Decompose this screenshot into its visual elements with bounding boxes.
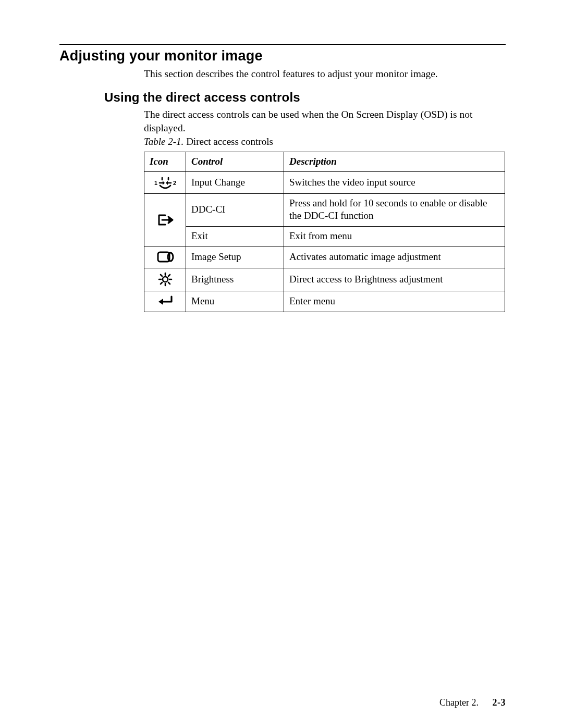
page-footer: Chapter 2. 2-3 xyxy=(439,697,506,708)
svg-text:1: 1 xyxy=(154,180,157,186)
col-header-control: Control xyxy=(186,152,284,171)
section-intro: This section describes the control featu… xyxy=(144,67,506,81)
svg-text:2: 2 xyxy=(173,180,176,186)
cell-description: Direct access to Brightness adjustment xyxy=(284,268,505,291)
table-caption-text: Direct access controls xyxy=(186,136,273,147)
cell-control: Input Change xyxy=(186,172,284,194)
menu-enter-icon xyxy=(144,291,186,312)
brightness-icon xyxy=(144,268,186,291)
table-row: DDC-CI Press and hold for 10 seconds to … xyxy=(144,194,505,227)
cell-description: Activates automatic image adjustment xyxy=(284,246,505,268)
cell-control: Exit xyxy=(186,226,284,246)
subsection-title: Using the direct access controls xyxy=(104,90,506,105)
col-header-description: Description xyxy=(284,152,505,171)
footer-page-number: 2-3 xyxy=(493,697,506,708)
table-row: Menu Enter menu xyxy=(144,291,505,312)
section-title: Adjusting your monitor image xyxy=(59,48,506,64)
direct-access-controls-table: Icon Control Description xyxy=(144,152,505,312)
table-row: 1 2 Input Change Switches the video inpu… xyxy=(144,172,505,194)
exit-arrow-icon xyxy=(144,194,186,246)
subsection-intro: The direct access controls can be used w… xyxy=(144,108,506,134)
cell-control: Image Setup xyxy=(186,246,284,268)
table-row: Image Setup Activates automatic image ad… xyxy=(144,246,505,268)
svg-point-4 xyxy=(163,277,168,282)
input-change-icon: 1 2 xyxy=(144,172,186,194)
table-header-row: Icon Control Description xyxy=(144,152,505,171)
table-row: Exit Exit from menu xyxy=(144,226,505,246)
image-setup-icon xyxy=(144,246,186,268)
cell-description: Enter menu xyxy=(284,291,505,312)
cell-description: Switches the video input source xyxy=(284,172,505,194)
table-row: Brightness Direct access to Brightness a… xyxy=(144,268,505,291)
footer-chapter: Chapter 2. xyxy=(439,697,479,708)
col-header-icon: Icon xyxy=(144,152,186,171)
cell-control: DDC-CI xyxy=(186,194,284,227)
cell-control: Brightness xyxy=(186,268,284,291)
cell-description: Exit from menu xyxy=(284,226,505,246)
table-caption-label: Table 2-1. xyxy=(144,136,183,147)
document-page: Adjusting your monitor image This sectio… xyxy=(0,0,563,728)
svg-point-3 xyxy=(168,253,173,261)
section-rule xyxy=(59,44,506,45)
table-caption: Table 2-1. Direct access controls xyxy=(144,136,506,147)
cell-control: Menu xyxy=(186,291,284,312)
cell-description: Press and hold for 10 seconds to enable … xyxy=(284,194,505,227)
